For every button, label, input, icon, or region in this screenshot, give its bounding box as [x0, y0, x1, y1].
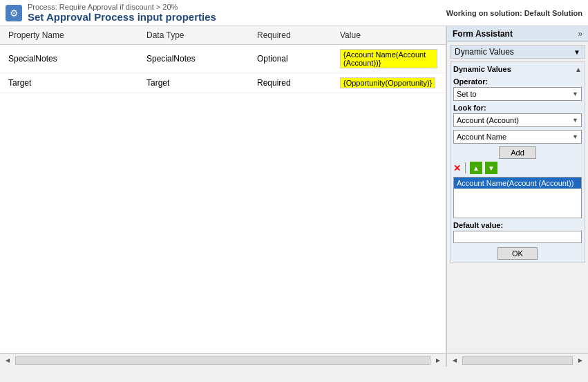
scroll-track[interactable]: [15, 356, 430, 365]
right-panel-scroll-right[interactable]: ►: [574, 356, 587, 364]
dynamic-values-label: Dynamic Values: [455, 47, 514, 57]
default-value-label: Default value:: [453, 221, 582, 229]
dv-section-header: Dynamic Values ▲: [453, 65, 582, 73]
move-up-button[interactable]: ▲: [470, 162, 482, 174]
right-panel-scroll-track[interactable]: [462, 356, 573, 365]
top-bar-left: ⚙ Process: Require Approval if discount …: [6, 3, 216, 23]
look-for-value: Account (Account): [457, 116, 519, 124]
form-assistant-body: Dynamic Values ▼ Dynamic Values ▲ Operat…: [447, 42, 588, 353]
form-assistant-header: Form Assistant »: [447, 26, 588, 42]
page-title: Set Approval Process input properties: [28, 11, 216, 23]
dv-collapse-arrow[interactable]: ▲: [575, 66, 582, 73]
dv-section-title: Dynamic Values: [453, 65, 511, 73]
col-required: Required: [254, 29, 337, 41]
gear-icon: ⚙: [6, 5, 22, 21]
scroll-left-arrow[interactable]: ◄: [1, 356, 14, 364]
remove-button[interactable]: ✕: [453, 163, 461, 173]
top-bar: ⚙ Process: Require Approval if discount …: [0, 0, 588, 26]
col-data-type: Data Type: [144, 29, 254, 41]
value-0[interactable]: {Account Name(Account (Account))}: [337, 48, 440, 70]
required-1: Required: [254, 77, 337, 89]
operator-label: Operator:: [453, 77, 582, 86]
operator-value: Set to: [457, 90, 477, 98]
selected-item-list: Account Name(Account (Account)): [453, 177, 582, 218]
bottom-scrollbar: ◄ ►: [0, 353, 446, 367]
look-for-arrow[interactable]: ▼: [572, 117, 578, 124]
selected-item[interactable]: Account Name(Account (Account)): [454, 178, 581, 189]
field-select-arrow[interactable]: ▼: [572, 133, 578, 140]
property-name-1: Target: [6, 77, 144, 89]
form-assistant-title: Form Assistant: [453, 29, 513, 39]
ok-button[interactable]: OK: [497, 247, 538, 260]
value-1[interactable]: {Opportunity(Opportunity)}: [337, 76, 440, 90]
value-tag-1[interactable]: {Opportunity(Opportunity)}: [340, 77, 435, 88]
operator-arrow[interactable]: ▼: [572, 90, 578, 97]
dynamic-values-header[interactable]: Dynamic Values ▼: [450, 45, 585, 59]
default-value-input[interactable]: [453, 231, 582, 243]
value-tag-0[interactable]: {Account Name(Account (Account))}: [340, 49, 437, 68]
required-0: Optional: [254, 52, 337, 65]
top-bar-titles: Process: Require Approval if discount > …: [28, 3, 216, 23]
right-panel-scroll-left[interactable]: ◄: [448, 356, 461, 364]
look-for-select[interactable]: Account (Account) ▼: [453, 113, 582, 127]
table-row: SpecialNotes SpecialNotes Optional {Acco…: [0, 45, 446, 73]
table-body: SpecialNotes SpecialNotes Optional {Acco…: [0, 45, 446, 353]
col-value: Value: [337, 29, 440, 41]
process-label: Process: Require Approval if discount > …: [28, 3, 216, 11]
collapse-icon[interactable]: »: [578, 29, 582, 39]
move-down-button[interactable]: ▼: [485, 162, 497, 174]
left-panel: Property Name Data Type Required Value S…: [0, 26, 446, 367]
add-button[interactable]: Add: [499, 146, 536, 159]
main-layout: Property Name Data Type Required Value S…: [0, 26, 588, 367]
property-name-0: SpecialNotes: [6, 52, 144, 65]
dynamic-values-section: Dynamic Values ▲ Operator: Set to ▼ Look…: [450, 61, 585, 263]
look-for-label: Look for:: [453, 104, 582, 112]
operator-select[interactable]: Set to ▼: [453, 87, 582, 101]
field-select[interactable]: Account Name ▼: [453, 130, 582, 144]
scroll-right-arrow[interactable]: ►: [432, 356, 444, 364]
field-select-value: Account Name: [457, 133, 506, 141]
data-type-0: SpecialNotes: [144, 52, 254, 65]
table-header: Property Name Data Type Required Value: [0, 26, 446, 45]
right-panel-scrollbar: ◄ ►: [447, 353, 588, 367]
col-property-name: Property Name: [6, 29, 144, 41]
action-icons: ✕ ▲ ▼: [453, 162, 582, 174]
right-panel: Form Assistant » Dynamic Values ▼ Dynami…: [446, 26, 588, 367]
working-on-label: Working on solution: Default Solution: [446, 9, 582, 17]
table-row: Target Target Required {Opportunity(Oppo…: [0, 73, 446, 93]
data-type-1: Target: [144, 77, 254, 89]
divider: [465, 162, 466, 173]
dynamic-values-arrow[interactable]: ▼: [573, 48, 580, 56]
